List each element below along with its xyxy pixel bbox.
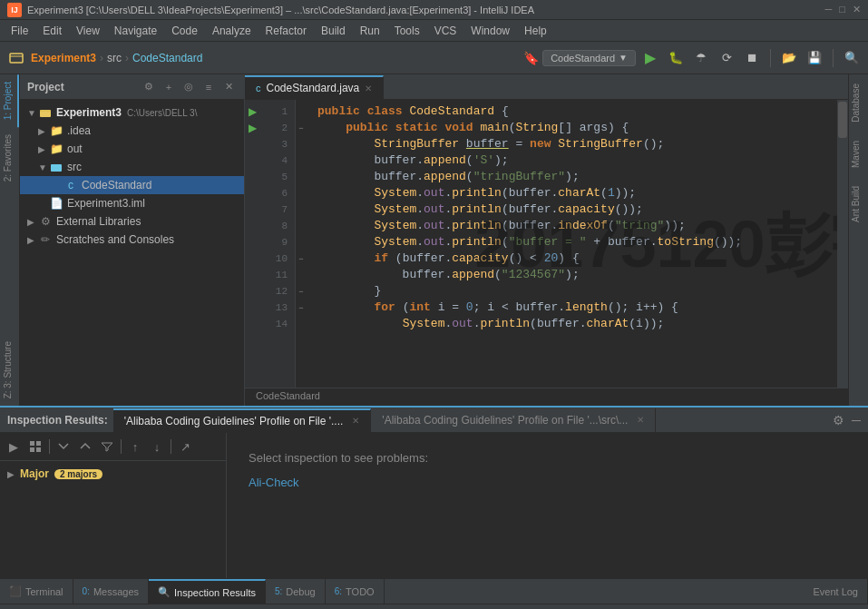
menu-view[interactable]: View xyxy=(69,23,107,39)
insp-run-button[interactable]: ▶ xyxy=(4,437,24,457)
tree-item-external-libs[interactable]: ▶ ⚙ External Libraries xyxy=(20,212,244,231)
insp-down-button[interactable]: ↓ xyxy=(147,437,167,457)
menu-code[interactable]: Code xyxy=(164,23,205,39)
menu-build[interactable]: Build xyxy=(314,23,353,39)
tool-tab-todo[interactable]: 6: TODO xyxy=(326,579,385,604)
far-right-tab-ant[interactable]: Ant Build xyxy=(849,177,868,231)
tree-arrow-idea: ▶ xyxy=(38,126,49,136)
svg-rect-2 xyxy=(51,164,62,172)
run-button[interactable]: ▶ xyxy=(639,47,661,69)
tree-item-iml[interactable]: 📄 Experiment3.iml xyxy=(20,194,244,212)
breadcrumb-src[interactable]: src xyxy=(107,52,122,64)
tree-item-out[interactable]: ▶ 📁 out xyxy=(20,140,244,158)
breadcrumb-file[interactable]: CodeStandard xyxy=(132,52,202,64)
run-arrow-2[interactable]: ▶ xyxy=(245,120,259,136)
toolbar-btn-3[interactable]: 📂 xyxy=(778,47,800,69)
menu-tools[interactable]: Tools xyxy=(387,23,427,39)
bottom-tab-1[interactable]: 'Alibaba Coding Guidelines' Profile on F… xyxy=(113,408,372,432)
toolbar-btn-2[interactable]: ⏹ xyxy=(741,47,763,69)
toolbar-btn-1[interactable]: ⟳ xyxy=(716,47,737,69)
run-arrow-10 xyxy=(245,250,259,267)
tool-tab-terminal[interactable]: ⬛ Terminal xyxy=(0,579,73,604)
tree-item-src[interactable]: ▼ src xyxy=(20,158,244,176)
menu-run[interactable]: Run xyxy=(353,23,387,39)
src-folder-icon xyxy=(49,160,63,174)
toolbar-btn-4[interactable]: 💾 xyxy=(804,47,825,69)
fold-toggle-12[interactable]: − xyxy=(296,283,307,300)
event-log-button[interactable]: Event Log xyxy=(804,579,868,604)
sidebar-item-project[interactable]: 1: Project xyxy=(0,74,19,127)
messages-label: Messages xyxy=(93,586,139,597)
menu-window[interactable]: Window xyxy=(463,23,517,39)
run-config[interactable]: CodeStandard ▼ xyxy=(542,50,636,66)
bottom-tab-2[interactable]: 'Alibaba Coding Guidelines' Profile on F… xyxy=(371,408,656,432)
menu-file[interactable]: File xyxy=(4,23,35,39)
far-right-tab-database[interactable]: Database xyxy=(849,74,868,132)
code-line-9: System.out.println("buffer = " + buffer.… xyxy=(317,234,826,250)
code-line-1: public class CodeStandard { xyxy=(317,103,826,120)
maximize-button[interactable]: □ xyxy=(839,4,845,15)
breadcrumb-project[interactable]: Experiment3 xyxy=(31,52,96,64)
iml-file-icon: 📄 xyxy=(49,196,63,211)
search-everywhere-button[interactable]: 🔍 xyxy=(841,47,863,69)
scrollbar-thumb[interactable] xyxy=(838,102,847,138)
tree-item-experiment3[interactable]: ▼ Experiment3 C:\Users\DELL 3\ xyxy=(20,103,244,122)
tree-label-iml: Experiment3.iml xyxy=(67,197,145,210)
tree-item-codestandard[interactable]: c CodeStandard xyxy=(20,176,244,194)
coverage-button[interactable]: ☂ xyxy=(690,47,712,69)
menu-vcs[interactable]: VCS xyxy=(427,23,464,39)
code-content[interactable]: 20175120彭宇辰 public class CodeStandard { … xyxy=(307,100,837,388)
project-add-icon[interactable]: + xyxy=(161,79,177,95)
event-log-label: Event Log xyxy=(813,586,858,597)
tree-item-scratches[interactable]: ▶ ✏ Scratches and Consoles xyxy=(20,231,244,249)
bottom-panel-close-button[interactable]: ─ xyxy=(852,413,861,427)
bottom-tab-1-close[interactable]: ✕ xyxy=(352,416,359,426)
run-arrow-3 xyxy=(245,136,259,152)
tree-item-idea[interactable]: ▶ 📁 .idea xyxy=(20,122,244,140)
tool-tab-messages[interactable]: 0: Messages xyxy=(73,579,149,604)
bottom-tab-2-close[interactable]: ✕ xyxy=(637,415,644,425)
run-arrow-1[interactable]: ▶ xyxy=(245,103,259,120)
menu-analyze[interactable]: Analyze xyxy=(205,23,258,39)
run-config-arrow[interactable]: ▼ xyxy=(619,53,628,63)
far-right-tab-maven[interactable]: Maven xyxy=(849,132,868,177)
debug-button[interactable]: 🐛 xyxy=(665,47,687,69)
tab-close-button[interactable]: ✕ xyxy=(365,83,372,93)
project-close-icon[interactable]: ✕ xyxy=(220,79,237,95)
run-gutter: ▶ ▶ xyxy=(245,100,259,388)
insp-collapse-button[interactable] xyxy=(75,437,95,457)
menu-refactor[interactable]: Refactor xyxy=(258,23,314,39)
tree-label-out: out xyxy=(67,142,83,155)
insp-export-button[interactable]: ↗ xyxy=(175,437,195,457)
editor-scrollbar[interactable] xyxy=(837,100,848,388)
sidebar-item-favorites[interactable]: 2: Favorites xyxy=(0,127,19,189)
editor-tab-codestandard[interactable]: c CodeStandard.java ✕ xyxy=(245,75,384,99)
insp-view-button[interactable] xyxy=(25,437,45,457)
inspection-major-row[interactable]: ▶ Major 2 majors xyxy=(4,465,222,483)
project-scroll-icon[interactable]: ◎ xyxy=(180,79,197,95)
code-editor[interactable]: ▶ ▶ 1 2 3 4 5 6 xyxy=(245,100,848,388)
menu-navigate[interactable]: Navigate xyxy=(107,23,164,39)
project-settings-icon[interactable]: ⚙ xyxy=(141,79,157,95)
folding-gutter: − − − − xyxy=(296,100,307,388)
close-button[interactable]: ✕ xyxy=(853,4,861,15)
bottom-tab-2-label: 'Alibaba Coding Guidelines' Profile on F… xyxy=(382,414,628,427)
minimize-button[interactable]: ─ xyxy=(825,4,833,15)
bottom-panel-settings-button[interactable]: ⚙ xyxy=(833,413,844,427)
insp-expand-button[interactable] xyxy=(54,437,73,457)
project-gear-icon[interactable]: ≡ xyxy=(200,79,217,95)
ali-check-link[interactable]: Ali-Check xyxy=(249,476,299,489)
fold-toggle-13[interactable]: − xyxy=(296,300,307,316)
tool-tab-debug[interactable]: 5: Debug xyxy=(266,579,326,604)
fold-toggle-10[interactable]: − xyxy=(296,250,307,267)
sidebar-item-structure[interactable]: Z: 3: Structure xyxy=(0,334,19,406)
insp-up-button[interactable]: ↑ xyxy=(125,437,145,457)
tree-label-idea: .idea xyxy=(67,124,91,137)
menu-edit[interactable]: Edit xyxy=(35,23,69,39)
insp-filter-button[interactable] xyxy=(97,437,117,457)
menu-help[interactable]: Help xyxy=(517,23,554,39)
tool-tab-inspection[interactable]: 🔍 Inspection Results xyxy=(149,579,266,604)
code-line-4: buffer.append('S'); xyxy=(317,152,826,169)
fold-toggle-2[interactable]: − xyxy=(296,120,307,136)
project-tree: ▼ Experiment3 C:\Users\DELL 3\ ▶ 📁 .idea… xyxy=(20,100,244,406)
